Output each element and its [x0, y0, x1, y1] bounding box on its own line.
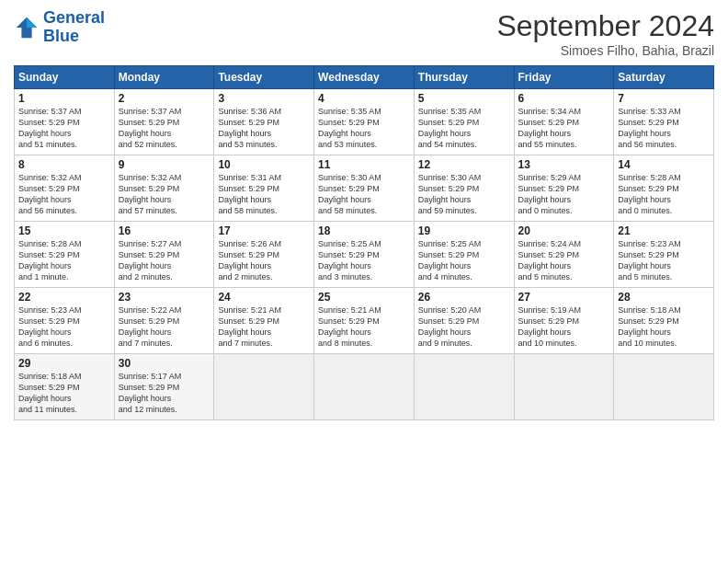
- day-number: 15: [18, 224, 110, 237]
- day-number: 16: [119, 224, 210, 237]
- calendar-cell: 25Sunrise: 5:21 AMSunset: 5:29 PMDayligh…: [314, 288, 415, 354]
- day-number: 10: [218, 158, 310, 171]
- calendar-cell: 9Sunrise: 5:32 AMSunset: 5:29 PMDaylight…: [114, 155, 214, 222]
- day-info: Sunrise: 5:30 AMSunset: 5:29 PMDaylight …: [318, 172, 410, 217]
- day-info: Sunrise: 5:31 AMSunset: 5:29 PMDaylight …: [218, 172, 310, 217]
- day-number: 22: [18, 291, 110, 304]
- calendar-cell: 14Sunrise: 5:28 AMSunset: 5:29 PMDayligh…: [614, 155, 714, 222]
- calendar-cell: 6Sunrise: 5:34 AMSunset: 5:29 PMDaylight…: [514, 89, 614, 155]
- day-number: 28: [618, 291, 710, 304]
- day-number: 1: [18, 92, 110, 105]
- day-info: Sunrise: 5:28 AMSunset: 5:29 PMDaylight …: [618, 172, 710, 217]
- calendar-cell: 27Sunrise: 5:19 AMSunset: 5:29 PMDayligh…: [514, 288, 614, 354]
- calendar-cell: [414, 354, 514, 420]
- day-number: 2: [119, 92, 210, 105]
- calendar-cell: 28Sunrise: 5:18 AMSunset: 5:29 PMDayligh…: [614, 288, 714, 354]
- day-info: Sunrise: 5:32 AMSunset: 5:29 PMDaylight …: [18, 172, 110, 217]
- weekday-header-thursday: Thursday: [414, 66, 514, 89]
- calendar-cell: 10Sunrise: 5:31 AMSunset: 5:29 PMDayligh…: [214, 155, 314, 222]
- calendar-cell: 19Sunrise: 5:25 AMSunset: 5:29 PMDayligh…: [414, 222, 514, 288]
- week-row-3: 15Sunrise: 5:28 AMSunset: 5:29 PMDayligh…: [15, 222, 714, 288]
- day-info: Sunrise: 5:30 AMSunset: 5:29 PMDaylight …: [418, 172, 510, 217]
- day-info: Sunrise: 5:25 AMSunset: 5:29 PMDaylight …: [418, 238, 510, 283]
- location: Simoes Filho, Bahia, Brazil: [496, 43, 714, 58]
- calendar-cell: 2Sunrise: 5:37 AMSunset: 5:29 PMDaylight…: [114, 89, 214, 155]
- day-info: Sunrise: 5:26 AMSunset: 5:29 PMDaylight …: [218, 238, 310, 283]
- calendar-cell: 3Sunrise: 5:36 AMSunset: 5:29 PMDaylight…: [214, 89, 314, 155]
- logo-icon: [14, 15, 40, 40]
- week-row-1: 1Sunrise: 5:37 AMSunset: 5:29 PMDaylight…: [15, 89, 714, 155]
- day-info: Sunrise: 5:35 AMSunset: 5:29 PMDaylight …: [318, 106, 410, 151]
- month-title: September 2024: [496, 9, 714, 43]
- calendar-cell: 15Sunrise: 5:28 AMSunset: 5:29 PMDayligh…: [15, 222, 115, 288]
- calendar-cell: 7Sunrise: 5:33 AMSunset: 5:29 PMDaylight…: [614, 89, 714, 155]
- calendar-cell: 13Sunrise: 5:29 AMSunset: 5:29 PMDayligh…: [514, 155, 614, 222]
- day-number: 13: [518, 158, 610, 171]
- calendar-cell: [214, 354, 314, 420]
- day-info: Sunrise: 5:22 AMSunset: 5:29 PMDaylight …: [119, 304, 210, 350]
- logo-text: General Blue: [43, 9, 105, 46]
- day-info: Sunrise: 5:33 AMSunset: 5:29 PMDaylight …: [618, 106, 710, 151]
- week-row-2: 8Sunrise: 5:32 AMSunset: 5:29 PMDaylight…: [15, 155, 714, 222]
- day-info: Sunrise: 5:23 AMSunset: 5:29 PMDaylight …: [618, 238, 710, 283]
- calendar-cell: 30Sunrise: 5:17 AMSunset: 5:29 PMDayligh…: [114, 354, 214, 420]
- calendar-table: SundayMondayTuesdayWednesdayThursdayFrid…: [14, 65, 714, 420]
- calendar-cell: 11Sunrise: 5:30 AMSunset: 5:29 PMDayligh…: [314, 155, 415, 222]
- week-row-5: 29Sunrise: 5:18 AMSunset: 5:29 PMDayligh…: [15, 354, 714, 420]
- day-number: 27: [518, 291, 610, 304]
- day-info: Sunrise: 5:32 AMSunset: 5:29 PMDaylight …: [119, 172, 210, 217]
- day-number: 5: [418, 92, 510, 105]
- day-number: 7: [618, 92, 710, 105]
- day-info: Sunrise: 5:23 AMSunset: 5:29 PMDaylight …: [18, 304, 110, 350]
- day-number: 17: [218, 224, 310, 237]
- svg-marker-1: [27, 17, 37, 28]
- day-number: 30: [119, 357, 210, 370]
- weekday-header-row: SundayMondayTuesdayWednesdayThursdayFrid…: [15, 66, 714, 89]
- weekday-header-saturday: Saturday: [614, 66, 714, 89]
- day-number: 29: [18, 357, 110, 370]
- weekday-header-tuesday: Tuesday: [214, 66, 314, 89]
- day-number: 14: [618, 158, 710, 171]
- calendar-cell: 17Sunrise: 5:26 AMSunset: 5:29 PMDayligh…: [214, 222, 314, 288]
- day-info: Sunrise: 5:25 AMSunset: 5:29 PMDaylight …: [318, 238, 410, 283]
- weekday-header-monday: Monday: [114, 66, 214, 89]
- calendar-cell: 5Sunrise: 5:35 AMSunset: 5:29 PMDaylight…: [414, 89, 514, 155]
- weekday-header-friday: Friday: [514, 66, 614, 89]
- day-info: Sunrise: 5:18 AMSunset: 5:29 PMDaylight …: [618, 304, 710, 350]
- day-info: Sunrise: 5:18 AMSunset: 5:29 PMDaylight …: [18, 371, 110, 416]
- calendar-cell: 8Sunrise: 5:32 AMSunset: 5:29 PMDaylight…: [15, 155, 115, 222]
- calendar-cell: [314, 354, 415, 420]
- day-number: 3: [218, 92, 310, 105]
- calendar-cell: 16Sunrise: 5:27 AMSunset: 5:29 PMDayligh…: [114, 222, 214, 288]
- day-number: 4: [318, 92, 410, 105]
- day-info: Sunrise: 5:21 AMSunset: 5:29 PMDaylight …: [318, 304, 410, 350]
- day-number: 25: [318, 291, 410, 304]
- day-info: Sunrise: 5:21 AMSunset: 5:29 PMDaylight …: [218, 304, 310, 350]
- calendar-cell: 1Sunrise: 5:37 AMSunset: 5:29 PMDaylight…: [15, 89, 115, 155]
- calendar-cell: 20Sunrise: 5:24 AMSunset: 5:29 PMDayligh…: [514, 222, 614, 288]
- day-number: 21: [618, 224, 710, 237]
- day-number: 24: [218, 291, 310, 304]
- day-number: 11: [318, 158, 410, 171]
- calendar-cell: 12Sunrise: 5:30 AMSunset: 5:29 PMDayligh…: [414, 155, 514, 222]
- calendar-cell: 26Sunrise: 5:20 AMSunset: 5:29 PMDayligh…: [414, 288, 514, 354]
- day-info: Sunrise: 5:37 AMSunset: 5:29 PMDaylight …: [18, 106, 110, 151]
- day-number: 23: [119, 291, 210, 304]
- weekday-header-sunday: Sunday: [15, 66, 115, 89]
- day-info: Sunrise: 5:19 AMSunset: 5:29 PMDaylight …: [518, 304, 610, 350]
- calendar-cell: 21Sunrise: 5:23 AMSunset: 5:29 PMDayligh…: [614, 222, 714, 288]
- day-info: Sunrise: 5:29 AMSunset: 5:29 PMDaylight …: [518, 172, 610, 217]
- week-row-4: 22Sunrise: 5:23 AMSunset: 5:29 PMDayligh…: [15, 288, 714, 354]
- title-block: September 2024 Simoes Filho, Bahia, Braz…: [496, 9, 714, 58]
- day-info: Sunrise: 5:20 AMSunset: 5:29 PMDaylight …: [418, 304, 510, 350]
- day-number: 26: [418, 291, 510, 304]
- day-number: 20: [518, 224, 610, 237]
- day-info: Sunrise: 5:28 AMSunset: 5:29 PMDaylight …: [18, 238, 110, 283]
- day-number: 12: [418, 158, 510, 171]
- logo: General Blue: [14, 9, 105, 46]
- calendar-cell: 23Sunrise: 5:22 AMSunset: 5:29 PMDayligh…: [114, 288, 214, 354]
- calendar-cell: 22Sunrise: 5:23 AMSunset: 5:29 PMDayligh…: [15, 288, 115, 354]
- day-number: 19: [418, 224, 510, 237]
- calendar-cell: 24Sunrise: 5:21 AMSunset: 5:29 PMDayligh…: [214, 288, 314, 354]
- day-info: Sunrise: 5:36 AMSunset: 5:29 PMDaylight …: [218, 106, 310, 151]
